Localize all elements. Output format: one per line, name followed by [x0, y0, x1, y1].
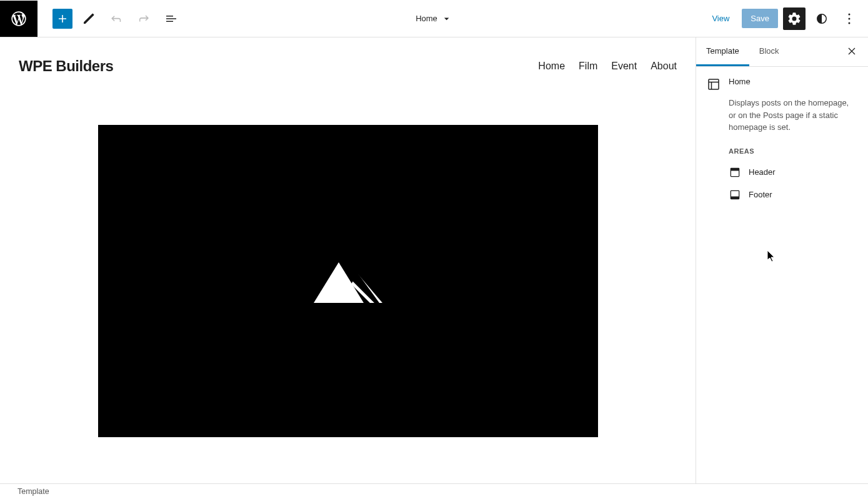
- more-vertical-icon: [842, 11, 857, 26]
- document-title-label: Home: [416, 14, 437, 23]
- area-header[interactable]: Header: [706, 161, 858, 184]
- list-view-icon: [164, 11, 179, 26]
- more-options-button[interactable]: [838, 7, 861, 30]
- template-description: Displays posts on the homepage, or on th…: [729, 97, 858, 134]
- site-header-block[interactable]: WPE Builders Home Film Event About: [0, 37, 696, 87]
- chevron-down-icon: [441, 13, 452, 24]
- nav-item-film[interactable]: Film: [579, 61, 597, 72]
- site-nav: Home Film Event About: [538, 61, 677, 72]
- area-footer-label: Footer: [749, 190, 772, 199]
- top-toolbar: Home View Save: [0, 0, 868, 37]
- undo-button[interactable]: [105, 7, 127, 30]
- svg-point-2: [849, 22, 851, 24]
- area-footer[interactable]: Footer: [706, 184, 858, 206]
- nav-item-event[interactable]: Event: [611, 61, 637, 72]
- save-button[interactable]: Save: [742, 9, 778, 28]
- footer-icon: [729, 189, 741, 201]
- tools-button[interactable]: [77, 7, 100, 30]
- template-name[interactable]: Home: [729, 77, 751, 92]
- header-icon: [729, 166, 741, 179]
- hero-image-block[interactable]: [98, 125, 598, 437]
- wordpress-logo[interactable]: [0, 1, 37, 37]
- toolbar-left-group: [37, 7, 182, 30]
- wordpress-icon: [10, 10, 27, 27]
- plus-icon: [55, 11, 70, 26]
- layout-icon: [706, 77, 721, 92]
- pencil-icon: [81, 11, 96, 26]
- tab-block[interactable]: Block: [749, 37, 789, 66]
- document-title-dropdown[interactable]: Home: [416, 13, 452, 24]
- list-view-button[interactable]: [160, 7, 182, 30]
- template-panel: Home Displays posts on the homepage, or …: [696, 67, 868, 216]
- view-button[interactable]: View: [704, 9, 737, 28]
- area-header-label: Header: [749, 167, 776, 177]
- svg-rect-8: [731, 168, 739, 170]
- styles-icon: [814, 11, 829, 26]
- styles-button[interactable]: [811, 7, 833, 30]
- add-block-button[interactable]: [52, 9, 72, 29]
- gear-icon: [787, 11, 802, 26]
- undo-icon: [109, 11, 124, 26]
- toolbar-right-group: View Save: [704, 7, 868, 30]
- template-header-row: Home: [706, 77, 858, 92]
- sidebar-tabs: Template Block: [696, 37, 868, 67]
- svg-rect-6: [709, 79, 719, 89]
- close-icon: [846, 45, 858, 57]
- svg-point-0: [849, 13, 851, 15]
- editor-canvas[interactable]: WPE Builders Home Film Event About: [0, 37, 696, 483]
- site-title[interactable]: WPE Builders: [19, 57, 113, 75]
- redo-icon: [136, 11, 151, 26]
- breadcrumb-item[interactable]: Template: [17, 487, 49, 496]
- tab-template[interactable]: Template: [696, 37, 749, 66]
- settings-sidebar: Template Block Home Displays posts on th…: [696, 37, 868, 483]
- image-placeholder-icon: [307, 256, 389, 306]
- nav-item-about[interactable]: About: [651, 61, 677, 72]
- close-sidebar-button[interactable]: [836, 45, 868, 59]
- nav-item-home[interactable]: Home: [538, 61, 565, 72]
- settings-button[interactable]: [783, 7, 806, 30]
- main-area: WPE Builders Home Film Event About Templ…: [0, 37, 868, 483]
- svg-point-1: [849, 17, 851, 19]
- areas-heading: Areas: [729, 147, 858, 155]
- redo-button[interactable]: [132, 7, 155, 30]
- svg-rect-10: [731, 196, 739, 199]
- breadcrumb-bar: Template: [0, 483, 868, 499]
